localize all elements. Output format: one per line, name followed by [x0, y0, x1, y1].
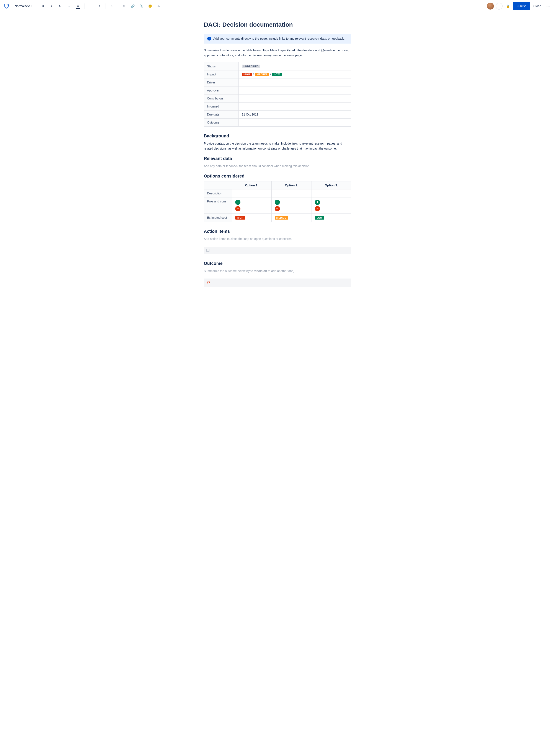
table-row: Pros and cons + − + − + −	[204, 197, 351, 214]
toolbar-divider-4	[118, 3, 118, 9]
bold-button[interactable]: B	[39, 3, 46, 9]
relevant-data-heading: Relevant data	[204, 156, 351, 161]
table-row: Informed	[204, 102, 351, 110]
impact-row: HIGH / MEDIUM / LOW	[242, 73, 348, 76]
table-cell-value[interactable]: UNDECIDED	[239, 62, 351, 71]
table-cell-value[interactable]	[239, 119, 351, 127]
options-col-2: Option 2:	[271, 181, 312, 189]
info-banner: i Add your comments directly to the page…	[204, 34, 351, 44]
emoji-icon: 🙂	[148, 4, 152, 8]
toolbar: Normal text ▾ B I U ··· A ▾ ☰ ≡ ⁝ ▾ ⊞ 🔗 …	[0, 0, 555, 12]
impact-low-badge: LOW	[272, 73, 282, 76]
toolbar-divider-1	[37, 3, 37, 9]
color-button[interactable]: A ▾	[74, 3, 82, 9]
outcome-text-after: to add another one)	[268, 269, 294, 273]
table-cell-label: Pros and cons	[204, 197, 232, 214]
outcome-input[interactable]: 🏷	[204, 278, 351, 287]
lock-button[interactable]: 🔒	[504, 3, 511, 9]
table-cell-option2-cost[interactable]: MEDIUM	[271, 214, 312, 222]
table-cell-value[interactable]	[239, 102, 351, 110]
daci-table: Status UNDECIDED Impact HIGH / MEDIUM / …	[204, 62, 351, 127]
page-title[interactable]: DACI: Decision documentation	[204, 21, 351, 29]
chevron-down-icon: ▾	[80, 5, 82, 7]
options-col-3: Option 3:	[312, 181, 351, 189]
table-cell-value[interactable]	[239, 86, 351, 94]
table-button[interactable]: ⊞	[121, 3, 128, 9]
more-format-button[interactable]: ···	[66, 3, 73, 9]
table-row: Contributors	[204, 94, 351, 102]
pros-cons-icons: + −	[235, 199, 268, 211]
intro-text-before: Summarize this decision in the table bel…	[204, 49, 270, 52]
plus-icon: +	[275, 199, 280, 205]
attachment-button[interactable]: 📎	[138, 3, 145, 9]
numbered-list-button[interactable]: ≡	[96, 3, 103, 9]
info-banner-text: Add your comments directly to the page. …	[213, 36, 344, 41]
impact-separator: /	[253, 73, 254, 76]
pros-cons-icons: + −	[315, 199, 348, 211]
table-cell-value[interactable]: HIGH / MEDIUM / LOW	[239, 71, 351, 79]
avatar[interactable]	[487, 3, 494, 9]
impact-separator: /	[270, 73, 271, 76]
table-row: Description	[204, 189, 351, 197]
table-cell-value[interactable]	[239, 94, 351, 102]
table-cell-label: Informed	[204, 102, 239, 110]
table-cell-option2-desc[interactable]	[271, 189, 312, 197]
pros-cons-icons: + −	[275, 199, 309, 211]
table-cell-option1-cost[interactable]: HIGH	[232, 214, 272, 222]
table-cell-label: Driver	[204, 79, 239, 86]
publish-button[interactable]: Publish	[513, 2, 530, 10]
outcome-command: /decision	[254, 269, 267, 273]
insert-plus-button[interactable]: + ▾	[156, 3, 162, 9]
close-button[interactable]: Close	[531, 3, 543, 9]
intro-command: /date	[270, 49, 277, 52]
background-text: Provide context on the decision the team…	[204, 141, 351, 151]
table-cell-option3-desc[interactable]	[312, 189, 351, 197]
italic-button[interactable]: I	[48, 3, 55, 9]
emoji-button[interactable]: 🙂	[147, 3, 154, 9]
table-cell-option3-proscons[interactable]: + −	[312, 197, 351, 214]
text-style-label: Normal text	[15, 4, 30, 8]
table-cell-label: Approver	[204, 86, 239, 94]
text-style-selector[interactable]: Normal text ▾	[13, 3, 34, 9]
outcome-text-before: Summarize the outcome below (type	[204, 269, 254, 273]
table-row: Estimated cost HIGH MEDIUM LOW	[204, 214, 351, 222]
table-row: Status UNDECIDED	[204, 62, 351, 71]
color-swatch	[76, 8, 80, 9]
checkbox-icon[interactable]	[206, 249, 209, 252]
table-row: Driver	[204, 79, 351, 86]
plus-icon: +	[235, 199, 241, 205]
table-row: Outcome	[204, 119, 351, 127]
table-cell-option3-cost[interactable]: LOW	[312, 214, 351, 222]
info-icon: i	[207, 37, 211, 41]
table-cell-label: Impact	[204, 71, 239, 79]
background-heading: Background	[204, 134, 351, 138]
action-items-input[interactable]	[204, 247, 351, 254]
options-col-1: Option 1:	[232, 181, 272, 189]
underline-button[interactable]: U	[57, 3, 64, 9]
cost-high-badge: HIGH	[235, 216, 245, 220]
options-table: Option 1: Option 2: Option 3: Descriptio…	[204, 181, 351, 222]
intro-text: Summarize this decision in the table bel…	[204, 48, 351, 58]
cost-medium-badge: MEDIUM	[275, 216, 289, 220]
table-cell-option1-proscons[interactable]: + −	[232, 197, 272, 214]
alignment-button[interactable]: ⁝ ▾	[109, 3, 115, 9]
more-icon: •••	[547, 4, 550, 8]
plus-icon: +	[315, 199, 320, 205]
table-cell-label: Estimated cost	[204, 214, 232, 222]
table-cell-option2-proscons[interactable]: + −	[271, 197, 312, 214]
table-cell-value[interactable]: 31 Oct 2019	[239, 110, 351, 119]
action-items-text: Add action items to close the loop on op…	[204, 236, 351, 241]
chevron-down-icon: ▾	[112, 5, 113, 7]
more-options-button[interactable]: •••	[545, 3, 552, 9]
options-heading: Options considered	[204, 174, 351, 179]
chevron-down-icon: ▾	[31, 5, 32, 7]
bullet-list-button[interactable]: ☰	[87, 3, 94, 9]
table-cell-option1-desc[interactable]	[232, 189, 272, 197]
add-collaborator-button[interactable]: +	[496, 3, 503, 9]
link-button[interactable]: 🔗	[129, 3, 136, 9]
table-cell-value[interactable]	[239, 79, 351, 86]
table-cell-label: Due date	[204, 110, 239, 119]
table-cell-label: Description	[204, 189, 232, 197]
decision-icon: 🏷	[206, 281, 210, 284]
table-cell-label: Contributors	[204, 94, 239, 102]
